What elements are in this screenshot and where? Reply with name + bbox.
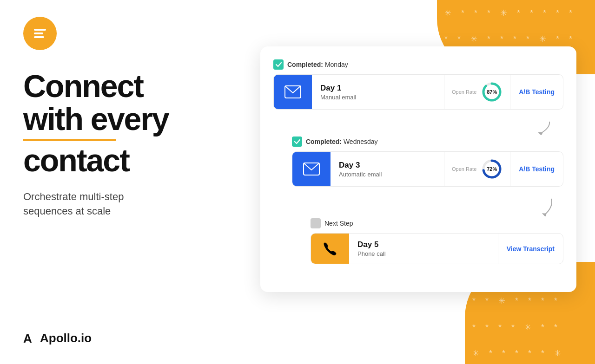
apollo-logo: A Apollo.io [23, 331, 92, 345]
step-group-3: Next Step Day 5 Phone call View Transcri… [311, 218, 563, 264]
headline: Connect with every contact [23, 70, 237, 177]
step-2-day: Day 3 [339, 161, 436, 170]
headline-line1: Connect [23, 68, 143, 104]
step-2-card: Day 3 Automatic email Open Rate 72% A/B … [292, 151, 563, 187]
step-2-icon-box [292, 152, 331, 186]
step-1-metric-label: Open Rate [452, 89, 476, 95]
step-2-status: Completed: Wednesday [306, 138, 378, 145]
step-1-status: Completed: Monday [287, 61, 348, 68]
step-2-ab: A/B Testing [510, 152, 563, 186]
headline-line3: contact [23, 143, 129, 178]
step-1-header: Completed: Monday [273, 59, 563, 70]
step-3-check [311, 218, 321, 228]
step-3-day: Day 5 [357, 240, 489, 249]
view-transcript-link[interactable]: View Transcript [507, 245, 555, 253]
step-3-status: Next Step [324, 220, 353, 227]
step-2-donut: 72% [481, 158, 502, 180]
logo-circle [23, 17, 57, 50]
connector-arrow-1 [517, 121, 554, 135]
step-3-card: Day 5 Phone call View Transcript [311, 233, 563, 264]
headline-line2: with every [23, 101, 169, 136]
step-1-metric: Open Rate 87% [444, 75, 510, 109]
svg-rect-2 [34, 36, 44, 38]
sequence-panel: Completed: Monday Day 1 Manual email Ope… [260, 46, 576, 292]
step-3-body: Day 5 Phone call [349, 234, 498, 264]
step-2-type: Automatic email [339, 171, 436, 178]
step-1-body: Day 1 Manual email [312, 75, 444, 109]
svg-rect-1 [34, 32, 43, 34]
step-2-body: Day 3 Automatic email [331, 152, 444, 186]
step-2-check [292, 136, 302, 147]
email-icon-2 [303, 162, 320, 176]
underline-accent [23, 139, 116, 141]
apollo-brand-name: Apollo.io [40, 331, 92, 345]
step-2-metric: Open Rate 72% [444, 152, 510, 186]
step-group-1: Completed: Monday Day 1 Manual email Ope… [273, 59, 563, 110]
email-icon-1 [284, 85, 301, 98]
subheadline: Orchestrate multi-stepsequences at scale [23, 190, 237, 219]
step-1-type: Manual email [320, 94, 436, 101]
step-1-ab-label: A/B Testing [519, 88, 555, 96]
svg-rect-0 [34, 29, 46, 31]
step-1-icon-box [274, 75, 312, 109]
step-3-header: Next Step [311, 218, 563, 228]
logo-container [23, 17, 57, 50]
logo-icon [31, 25, 49, 42]
arrow-2-3 [273, 198, 563, 216]
connector-arrow-2 [523, 198, 556, 216]
step-3-transcript[interactable]: View Transcript [498, 234, 563, 264]
step-1-day: Day 1 [320, 84, 436, 93]
step-2-header: Completed: Wednesday [292, 136, 563, 147]
step-1-card: Day 1 Manual email Open Rate 87% A/B Tes… [273, 74, 563, 110]
step-1-check [273, 59, 284, 70]
step-1-ab: A/B Testing [510, 75, 563, 109]
check-icon-1 [276, 62, 282, 67]
step-1-donut: 87% [481, 81, 502, 103]
step-group-2: Completed: Wednesday Day 3 Automatic ema… [292, 136, 563, 187]
step-2-metric-value: 72% [487, 166, 497, 172]
step-1-metric-value: 87% [487, 89, 497, 95]
step-3-type: Phone call [357, 250, 489, 257]
arrow-1-2 [273, 121, 563, 135]
step-2-metric-label: Open Rate [452, 166, 476, 172]
step-2-ab-label: A/B Testing [519, 165, 555, 173]
svg-text:A: A [23, 332, 32, 345]
apollo-logo-icon: A [23, 332, 37, 345]
phone-icon [322, 241, 338, 257]
step-3-icon-box [311, 234, 349, 264]
check-icon-2 [294, 139, 300, 144]
left-content: Connect with every contact Orchestrate m… [23, 70, 237, 219]
